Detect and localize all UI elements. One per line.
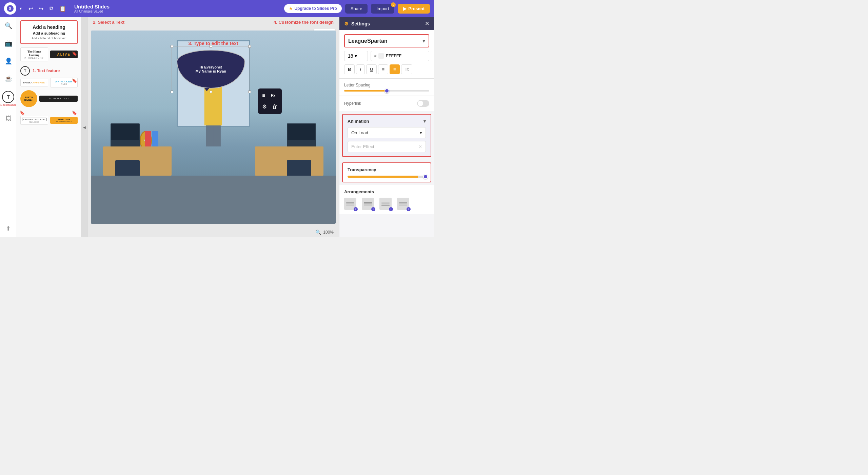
float-layers-button[interactable]: ≡ [261, 91, 267, 100]
italic-button[interactable]: I [356, 64, 365, 74]
font-size-selector[interactable]: 18 ▾ [344, 51, 368, 61]
slide-subheading: Add a subheading [24, 31, 74, 35]
office-floor [91, 176, 336, 224]
tmpl-homecoming-title: The Home Coming [23, 50, 46, 57]
icon-nav: 🔍 📺 👤 ☕ T 1. Text feature 🖼 ⬆ [0, 17, 17, 237]
animation-effect-value: Enter Effect [351, 144, 374, 149]
slide-canvas[interactable]: 🕐 [91, 31, 336, 224]
transparency-title: Transparency [348, 167, 426, 172]
font-selector[interactable]: LeagueSpartan ▾ [344, 34, 429, 47]
tmpl-homecoming-sub: #TRUESTORY [23, 57, 46, 59]
nav-search[interactable]: 🔍 [3, 20, 14, 31]
topbar-actions: ↩ ↪ ⧉ 📋 [26, 4, 68, 13]
bookmark-4: 🔖 [72, 111, 77, 115]
bookmark-icon-2: 🔖 [72, 78, 77, 83]
play-icon: ▶ [403, 6, 407, 11]
nav-images[interactable]: 🖼 [3, 113, 14, 124]
letter-spacing-track[interactable] [344, 90, 429, 92]
selection-box [172, 46, 250, 93]
align-center-button[interactable]: ≡ [390, 64, 400, 74]
arrangement-bring-front[interactable]: + [397, 198, 409, 210]
underline-button[interactable]: U [366, 64, 377, 74]
undo-button[interactable]: ↩ [26, 4, 35, 13]
slide-heading: Add a heading [24, 24, 74, 30]
type-edit-instruction: 3. Type to edit the text [189, 41, 238, 46]
template-justinbieber[interactable]: JUSTIN BIEBER [20, 90, 37, 107]
collapse-panel-button[interactable]: ◀ [81, 17, 87, 237]
redo-button[interactable]: ↪ [37, 4, 45, 13]
slide-body: Add a little bit of body text [24, 37, 74, 40]
arrangements-icons: + + + [344, 198, 429, 210]
hash-symbol: # [374, 54, 376, 58]
template-bitxel[interactable]: BITXEL 2019 BITS MEET PIXELS [50, 117, 78, 124]
bold-button[interactable]: B [344, 64, 355, 74]
letter-spacing-thumb[interactable] [384, 88, 389, 93]
template-cristiano[interactable]: CRISTIANO RONALDO REAL HERO [20, 116, 48, 125]
hyperlink-toggle[interactable] [417, 100, 429, 107]
tmpl-bx-sub: BITS MEET PIXELS [52, 120, 77, 122]
transparency-slider[interactable] [348, 176, 426, 178]
transparency-thumb[interactable] [423, 174, 428, 179]
template-think[interactable]: THINK/DIFFERENT [20, 79, 48, 86]
handle-tr[interactable] [248, 45, 251, 48]
arrangements-section: Arrangements + + [339, 185, 434, 214]
arrangement-plus-3: + [389, 207, 393, 211]
text-feature-label: 1. Text feature [0, 104, 16, 106]
tmpl-bh-title: THE BLACK HOLE [41, 98, 76, 100]
tmpl-jb-title: JUSTIN BIEBER [20, 96, 37, 101]
letter-spacing-slider[interactable] [344, 90, 429, 92]
template-animaker[interactable]: 🔖 ANIMAKER TIMES [50, 78, 78, 87]
font-name: LeagueSpartan [348, 38, 388, 44]
template-alive[interactable]: 🔖 ALIVE [50, 51, 78, 58]
hyperlink-row: Hyperlink [344, 100, 429, 107]
settings-close-button[interactable]: ✕ [425, 20, 429, 27]
app-logo-chevron[interactable]: ▾ [20, 6, 22, 11]
font-section: LeagueSpartan ▾ 18 ▾ # EFEFEF B I U ≡ [339, 30, 434, 79]
float-toolbar: ≡ Fx ⚙ 🗑 [258, 88, 282, 114]
letter-spacing-section: Letter Spacing [339, 79, 434, 96]
present-button[interactable]: ▶ Present [398, 4, 430, 14]
nav-user[interactable]: 👤 [3, 56, 14, 66]
animation-title: Animation ▾ [348, 119, 426, 124]
animation-trigger-chevron: ▾ [420, 130, 422, 135]
handle-bc[interactable] [210, 91, 212, 93]
slide-thumbnail-main[interactable]: Add a heading Add a subheading Add a lit… [20, 20, 78, 44]
text-transform-button[interactable]: Tt [401, 64, 413, 74]
tmpl-cr-title: CRISTIANO RONALDO [22, 118, 46, 121]
arrangement-send-back[interactable]: + [344, 198, 356, 210]
copy-button[interactable]: ⧉ [47, 4, 55, 13]
arrangement-send-backward[interactable]: + [379, 198, 392, 210]
template-homecoming[interactable]: The Home Coming #TRUESTORY [20, 47, 48, 61]
template-blackhole[interactable]: THE BLACK HOLE [39, 96, 78, 102]
nav-slides[interactable]: 📺 [3, 38, 14, 49]
letter-spacing-fill [344, 90, 387, 92]
animation-trigger-dropdown[interactable]: On Load ▾ [348, 127, 426, 138]
nav-upload[interactable]: ⬆ [3, 223, 14, 234]
office-scene: 🕐 [91, 31, 336, 224]
document-title: Untitled Slides [74, 4, 110, 9]
paste-button[interactable]: 📋 [57, 4, 68, 13]
share-button[interactable]: Share [345, 4, 368, 14]
customize-instruction: 4. Customize the font design [274, 20, 334, 25]
handle-tl[interactable] [171, 45, 173, 48]
color-selector[interactable]: # EFEFEF [371, 51, 429, 61]
float-fx-button[interactable]: Fx [270, 91, 277, 100]
float-settings-button[interactable]: ⚙ [261, 102, 268, 111]
toggle-knob [418, 101, 423, 106]
animation-effect-selector[interactable]: Enter Effect ✕ [348, 141, 426, 152]
handle-bl[interactable] [171, 91, 173, 93]
nav-text[interactable]: T [2, 91, 14, 103]
save-status: All Changes Saved [74, 9, 110, 13]
arrangement-bring-forward[interactable]: + [362, 198, 374, 210]
star-icon: ★ [289, 6, 293, 11]
import-label: Import [376, 6, 389, 11]
handle-br[interactable] [248, 91, 251, 93]
import-badge: 9 [391, 2, 396, 7]
import-button[interactable]: Import 9 [371, 4, 394, 14]
template-row-1: The Home Coming #TRUESTORY 🔖 ALIVE [20, 47, 78, 61]
hyperlink-section: Hyperlink [339, 96, 434, 111]
align-left-button[interactable]: ≡ [378, 64, 388, 74]
float-delete-button[interactable]: 🗑 [271, 102, 279, 111]
upgrade-button[interactable]: ★ Upgrade to Slides Pro [284, 4, 341, 13]
nav-elements[interactable]: ☕ [3, 73, 14, 84]
